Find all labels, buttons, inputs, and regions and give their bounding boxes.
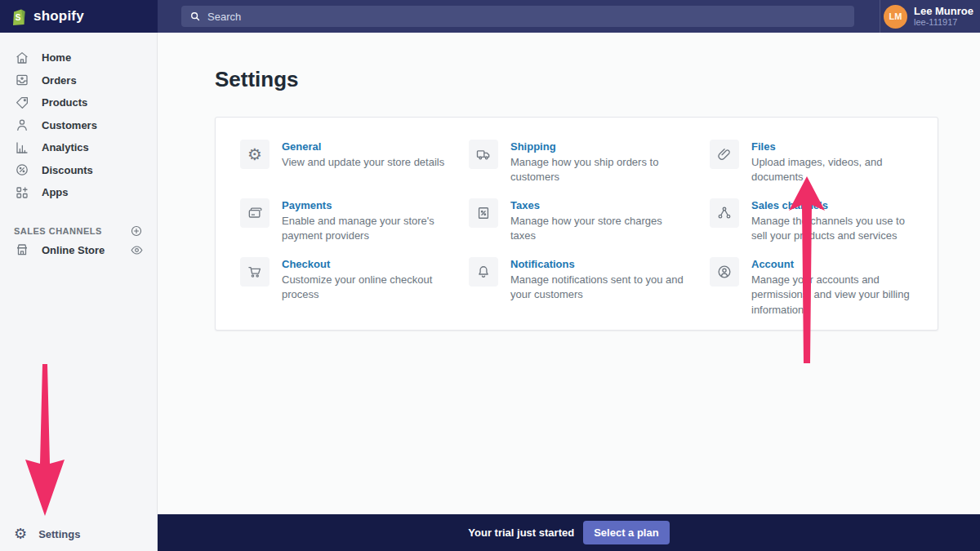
- search-icon: [189, 11, 201, 22]
- settings-link-payments[interactable]: Payments Enable and manage your store's …: [240, 198, 469, 257]
- brand-name: shopify: [33, 8, 84, 24]
- svg-text:S: S: [16, 13, 21, 22]
- settings-link-desc: Manage your accounts and permissions, an…: [751, 273, 913, 318]
- home-icon: [14, 51, 30, 65]
- user-name: Lee Munroe: [914, 6, 973, 17]
- settings-link-title[interactable]: Files: [751, 140, 913, 153]
- gear-icon: ⚙: [240, 140, 270, 169]
- paperclip-icon: [710, 140, 739, 169]
- settings-link-desc: Customize your online checkout process: [282, 273, 455, 303]
- settings-link-title[interactable]: Shipping: [510, 140, 684, 153]
- bell-icon: [469, 257, 498, 287]
- network-icon: [710, 198, 739, 228]
- payment-cards-icon: [240, 198, 270, 228]
- settings-link-desc: Manage how your store charges taxes: [510, 214, 684, 244]
- sidebar-label: Analytics: [42, 141, 89, 153]
- sales-channels-header: SALES CHANNELS: [0, 223, 157, 239]
- apps-grid-icon: [14, 185, 30, 200]
- discount-icon: [14, 162, 30, 177]
- sidebar-item-online-store[interactable]: Online Store: [0, 239, 157, 262]
- user-menu[interactable]: LM Lee Munroe lee-111917: [884, 0, 973, 33]
- sidebar-item-settings[interactable]: ⚙ Settings: [0, 522, 157, 545]
- tag-icon: [14, 96, 30, 110]
- sidebar-label: Home: [42, 51, 71, 64]
- search-bar[interactable]: [181, 6, 854, 27]
- truck-icon: [469, 140, 498, 169]
- sidebar-item-customers[interactable]: Customers: [0, 114, 157, 137]
- settings-link-title[interactable]: Sales channels: [751, 199, 913, 211]
- settings-link-desc: View and update your store details: [282, 155, 444, 170]
- settings-link-title[interactable]: Notifications: [510, 258, 684, 270]
- shopify-logo[interactable]: S shopify: [11, 7, 84, 26]
- settings-link-desc: Manage notifications sent to you and you…: [510, 273, 684, 303]
- settings-link-general[interactable]: ⚙ General View and update your store det…: [240, 140, 469, 198]
- settings-link-notifications[interactable]: Notifications Manage notifications sent …: [469, 257, 710, 316]
- settings-link-sales-channels[interactable]: Sales channels Manage the channels you u…: [710, 198, 913, 257]
- account-icon: [710, 257, 739, 287]
- sales-channels-title: SALES CHANNELS: [14, 226, 130, 236]
- tax-percent-icon: [469, 198, 498, 228]
- settings-link-desc: Manage how you ship orders to customers: [510, 155, 684, 185]
- trial-bar: Your trial just started Select a plan: [158, 514, 980, 551]
- settings-link-title[interactable]: Checkout: [282, 258, 455, 270]
- settings-link-title[interactable]: Account: [751, 258, 913, 270]
- sidebar-item-products[interactable]: Products: [0, 91, 157, 114]
- avatar[interactable]: LM: [884, 5, 907, 29]
- sidebar-label: Discounts: [42, 164, 93, 176]
- sidebar-item-discounts[interactable]: Discounts: [0, 159, 157, 182]
- settings-card: ⚙ General View and update your store det…: [215, 117, 938, 331]
- add-channel-icon[interactable]: [130, 224, 143, 238]
- page-title: Settings: [215, 67, 299, 92]
- sidebar-item-orders[interactable]: Orders: [0, 69, 157, 92]
- orders-icon: [14, 73, 30, 87]
- sidebar-item-apps[interactable]: Apps: [0, 181, 157, 204]
- topbar-logo-area: S shopify: [0, 0, 158, 33]
- main-content: Settings ⚙ General View and update your …: [158, 33, 980, 551]
- settings-link-files[interactable]: Files Upload images, videos, and documen…: [710, 140, 913, 198]
- settings-link-desc: Upload images, videos, and documents: [751, 155, 913, 185]
- eye-icon[interactable]: [128, 243, 145, 257]
- sidebar-label: Apps: [42, 186, 69, 198]
- select-plan-button[interactable]: Select a plan: [583, 521, 669, 544]
- bar-chart-icon: [14, 140, 30, 155]
- settings-link-account[interactable]: Account Manage your accounts and permiss…: [710, 257, 913, 316]
- settings-link-checkout[interactable]: Checkout Customize your online checkout …: [240, 257, 469, 316]
- gear-icon: ⚙: [14, 527, 27, 542]
- topbar-main-area: LM Lee Munroe lee-111917: [158, 0, 980, 33]
- settings-link-taxes[interactable]: Taxes Manage how your store charges taxe…: [469, 198, 710, 257]
- storefront-icon: [14, 242, 30, 257]
- sidebar-label: Customers: [42, 119, 97, 131]
- topbar: S shopify LM Lee Munroe lee-111917: [0, 0, 980, 33]
- sidebar-label: Settings: [38, 528, 80, 540]
- topbar-divider: [880, 0, 880, 33]
- settings-link-shipping[interactable]: Shipping Manage how you ship orders to c…: [469, 140, 710, 198]
- sidebar-label: Online Store: [42, 244, 128, 256]
- search-input[interactable]: [207, 11, 846, 23]
- sidebar-item-analytics[interactable]: Analytics: [0, 136, 157, 159]
- sidebar-item-home[interactable]: Home: [0, 47, 157, 69]
- settings-link-desc: Enable and manage your store's payment p…: [282, 214, 455, 244]
- settings-link-desc: Manage the channels you use to sell your…: [751, 214, 913, 244]
- trial-message: Your trial just started: [468, 527, 574, 539]
- settings-link-title[interactable]: General: [282, 140, 444, 153]
- sidebar: Home Orders Products Customers Analytics: [0, 33, 158, 551]
- user-store-id: lee-111917: [914, 17, 973, 28]
- settings-link-title[interactable]: Payments: [282, 199, 455, 211]
- settings-link-title[interactable]: Taxes: [510, 199, 684, 211]
- sidebar-label: Orders: [42, 74, 77, 87]
- person-icon: [14, 118, 30, 132]
- cart-icon: [240, 257, 270, 287]
- sidebar-label: Products: [42, 96, 87, 109]
- shopify-bag-icon: S: [11, 7, 28, 26]
